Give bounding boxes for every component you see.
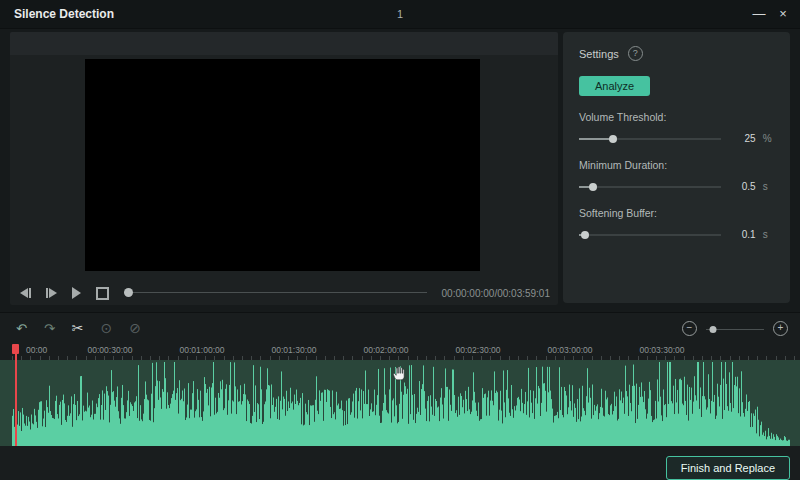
ruler-label: 00:01:30:00 (272, 345, 317, 355)
mute-segment-icon[interactable]: ⊘ (129, 321, 141, 335)
slider-knob[interactable] (589, 183, 597, 191)
minimum-duration-unit: s (763, 181, 774, 192)
playback-progress-slider[interactable] (124, 287, 427, 299)
video-preview (85, 59, 480, 271)
volume-threshold-unit: % (763, 133, 774, 144)
minimum-duration-label: Minimum Duration: (579, 159, 774, 171)
zoom-slider[interactable] (706, 324, 764, 334)
preview-panel: 00:00:00:00/00:03:59:01 (10, 32, 558, 305)
softening-buffer-unit: s (763, 229, 774, 240)
preview-header-strip (10, 32, 558, 55)
stop-icon[interactable] (96, 287, 109, 300)
step-back-icon[interactable] (20, 288, 31, 298)
minimum-duration-slider[interactable] (579, 182, 721, 192)
ruler-label: 00:02:00:00 (364, 345, 409, 355)
slider-knob[interactable] (581, 231, 589, 239)
softening-buffer-row: 0.1 s (579, 229, 774, 240)
timeline-section: ↶ ↷ ✂ ⊙ ⊘ − + 00:0000:00:30:0000:01:00:0… (0, 312, 800, 480)
playhead-handle[interactable] (12, 344, 19, 354)
step-forward-icon[interactable] (46, 288, 57, 298)
hand-cursor-icon (392, 365, 406, 381)
timeline-toolbar: ↶ ↷ ✂ ⊙ ⊘ (0, 313, 800, 343)
ruler-label: 00:00 (26, 345, 47, 355)
analyze-button[interactable]: Analyze (579, 76, 650, 96)
timecode-display: 00:00:00:00/00:03:59:01 (442, 288, 550, 299)
ruler-label: 00:00:30:00 (88, 345, 133, 355)
ruler-label: 00:03:30:00 (640, 345, 685, 355)
playhead[interactable] (15, 344, 17, 446)
progress-knob[interactable] (124, 288, 133, 297)
zoom-controls: − + (682, 321, 788, 336)
finish-and-replace-button[interactable]: Finish and Replace (666, 456, 790, 480)
title-bar: Silence Detection 1 — × (0, 0, 800, 29)
cut-icon[interactable]: ✂ (72, 321, 84, 335)
close-button[interactable]: × (774, 5, 792, 23)
slider-knob[interactable] (609, 135, 617, 143)
ruler-label: 00:03:00:00 (548, 345, 593, 355)
zoom-out-icon[interactable]: − (682, 321, 697, 336)
timeline-ruler[interactable]: 00:0000:00:30:0000:01:00:0000:01:30:0000… (0, 344, 800, 360)
settings-panel: Settings ? Analyze Volume Threshold: 25 … (563, 32, 790, 303)
zoom-knob[interactable] (709, 326, 716, 333)
softening-buffer-label: Softening Buffer: (579, 207, 774, 219)
transport-controls: 00:00:00:00/00:03:59:01 (20, 283, 550, 303)
ruler-label: 00:02:30:00 (456, 345, 501, 355)
volume-threshold-label: Volume Threshold: (579, 111, 774, 123)
zoom-in-icon[interactable]: + (773, 321, 788, 336)
progress-track (124, 292, 427, 293)
minimum-duration-row: 0.5 s (579, 181, 774, 192)
minimize-button[interactable]: — (750, 5, 768, 23)
undo-icon[interactable]: ↶ (16, 322, 27, 335)
softening-buffer-value: 0.1 (729, 229, 756, 240)
settings-title: Settings (579, 48, 619, 60)
play-icon[interactable] (72, 287, 81, 299)
volume-threshold-slider[interactable] (579, 134, 721, 144)
settings-header: Settings ? (579, 46, 774, 61)
keep-segment-icon[interactable]: ⊙ (101, 321, 113, 335)
help-icon[interactable]: ? (628, 46, 643, 61)
ruler-label: 00:01:00:00 (180, 345, 225, 355)
window-center-indicator: 1 (397, 8, 403, 20)
volume-threshold-row: 25 % (579, 133, 774, 144)
volume-threshold-value: 25 (729, 133, 756, 144)
minimum-duration-value: 0.5 (729, 181, 756, 192)
redo-icon[interactable]: ↷ (44, 322, 55, 335)
softening-buffer-slider[interactable] (579, 230, 721, 240)
window-title: Silence Detection (14, 7, 114, 21)
